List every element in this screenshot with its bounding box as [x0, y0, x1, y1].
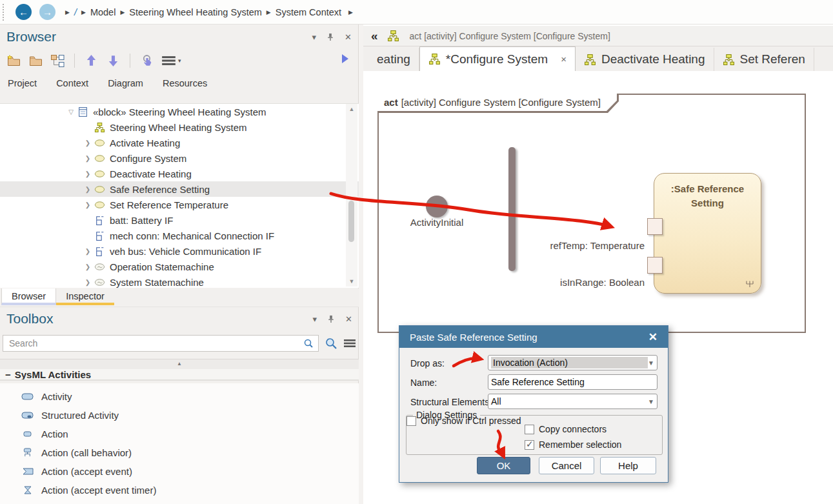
- hamburger-menu[interactable]: ▾: [161, 54, 181, 67]
- tree-item[interactable]: Steering Wheel Heating System: [0, 119, 359, 135]
- checkbox[interactable]: [525, 440, 534, 450]
- browser-view-tab[interactable]: Project: [8, 78, 37, 88]
- locate-icon[interactable]: [139, 54, 154, 67]
- tree-item[interactable]: batt: Battery IF: [0, 212, 359, 228]
- close-tab-icon[interactable]: ×: [561, 54, 567, 65]
- search-input[interactable]: [8, 338, 303, 349]
- ok-button[interactable]: OK: [477, 457, 530, 474]
- tree-expander-icon[interactable]: ❯: [81, 155, 94, 162]
- frame-keyword: act: [384, 97, 398, 108]
- toolbox-item[interactable]: Action (accept event): [0, 462, 359, 481]
- toolbox-item[interactable]: Action (accept event timer): [0, 481, 359, 499]
- tree-item[interactable]: ❯ Deactivate Heating: [0, 166, 359, 181]
- tree-item[interactable]: ❯ Operation Statemachine: [0, 259, 359, 274]
- tree-item[interactable]: ❯ veh bus: Vehicle Communication IF: [0, 243, 359, 259]
- checkbox-row[interactable]: Remember selection: [525, 439, 621, 450]
- project-tree: ▽ «block» Steering Wheel Heating System …: [0, 103, 359, 288]
- help-button[interactable]: Help: [600, 457, 656, 474]
- browser-view-tab[interactable]: Diagram: [108, 78, 143, 88]
- tree-expander-icon[interactable]: ❯: [81, 279, 94, 286]
- move-up-icon[interactable]: [84, 54, 99, 67]
- drop-as-select[interactable]: Invocation (Action) ▼: [488, 355, 657, 370]
- forward-button[interactable]: →: [39, 4, 55, 20]
- port-isinrange[interactable]: [647, 257, 663, 274]
- tree-item[interactable]: ❯ Safe Reference Setting: [0, 181, 359, 197]
- panel-splitter[interactable]: [359, 25, 363, 504]
- toolbox-item[interactable]: Action (call behavior): [0, 443, 359, 462]
- scroll-up-icon: ▲: [177, 361, 182, 367]
- toolbox-item[interactable]: Action (send signal): [0, 499, 359, 504]
- collapse-tabs-icon[interactable]: «: [371, 29, 377, 43]
- checkbox[interactable]: [406, 416, 416, 426]
- toolbox-section-header[interactable]: − SysML Activities: [0, 369, 359, 381]
- toolbox-item[interactable]: Action: [0, 425, 359, 443]
- panel-menu-icon[interactable]: ▾: [313, 314, 317, 324]
- new-model-icon[interactable]: [6, 54, 21, 67]
- advanced-search-icon[interactable]: [325, 337, 337, 350]
- diagram-tab[interactable]: eating ×: [363, 48, 419, 71]
- folder-icon[interactable]: [28, 54, 43, 67]
- tree-item-label: Deactivate Heating: [110, 168, 192, 179]
- dialog-titlebar[interactable]: Paste Safe Reference Setting ✕: [399, 326, 668, 348]
- move-down-icon[interactable]: [106, 54, 121, 67]
- toolbox-menu-icon[interactable]: [343, 338, 356, 348]
- checkbox-row[interactable]: Only show if Ctrl pressed: [406, 416, 521, 426]
- tree-expander-icon[interactable]: ❯: [81, 201, 94, 208]
- breadcrumb-item[interactable]: Steering Wheel Heating System: [129, 7, 262, 17]
- structural-elements-select[interactable]: All ▼: [488, 394, 657, 409]
- browser-view-tab[interactable]: Context: [56, 78, 88, 88]
- scrollbar-thumb[interactable]: [348, 201, 354, 242]
- panel-bottom-tab[interactable]: Inspector: [56, 288, 114, 305]
- port-reftemp[interactable]: [647, 218, 663, 235]
- panel-menu-icon[interactable]: ▾: [312, 32, 317, 42]
- close-icon[interactable]: ✕: [345, 314, 352, 324]
- tree-item[interactable]: ❯ Set Reference Temperature: [0, 197, 359, 212]
- checkbox[interactable]: [525, 425, 534, 434]
- scroll-up-icon[interactable]: ▲: [346, 104, 357, 114]
- tree-expander-icon[interactable]: ❯: [81, 170, 94, 177]
- toolbox-item[interactable]: Activity: [0, 387, 359, 406]
- search-box[interactable]: [3, 335, 319, 352]
- tree-item[interactable]: ▽ «block» Steering Wheel Heating System: [0, 104, 359, 119]
- toolbox-scroll-up[interactable]: ▲: [0, 359, 359, 370]
- name-field[interactable]: Safe Reference Setting: [488, 374, 657, 390]
- tree-expander-icon[interactable]: ❯: [81, 263, 94, 270]
- tree-item[interactable]: ❯ Activate Heating: [0, 135, 359, 150]
- panel-bottom-tab[interactable]: Browser: [1, 288, 56, 305]
- collapse-icon: −: [5, 369, 11, 380]
- checkbox-row[interactable]: Copy connectors: [525, 424, 607, 434]
- browser-view-tab[interactable]: Resources: [163, 78, 207, 88]
- breadcrumb-item[interactable]: Model: [90, 7, 116, 17]
- expand-panel-icon[interactable]: [341, 54, 349, 64]
- drop-as-label: Drop as:: [410, 358, 445, 368]
- tree-expander-icon[interactable]: ▽: [65, 108, 77, 116]
- toolbar-grip[interactable]: [3, 4, 8, 21]
- scroll-down-icon[interactable]: ▼: [346, 276, 357, 287]
- diagram-tab[interactable]: Set Referen ×: [714, 48, 814, 71]
- breadcrumb-item[interactable]: System Context: [276, 7, 341, 17]
- pin-icon[interactable]: [327, 315, 335, 323]
- back-button[interactable]: ←: [15, 4, 32, 20]
- action-safe-reference-setting[interactable]: :Safe Reference Setting: [654, 173, 761, 294]
- tree-item[interactable]: ❯ System Statemachine: [0, 274, 359, 288]
- toolbox-item[interactable]: Structured Activity: [0, 406, 359, 425]
- cancel-button[interactable]: Cancel: [539, 457, 594, 474]
- fork-node[interactable]: [508, 147, 516, 271]
- model-hierarchy-icon[interactable]: [50, 54, 65, 67]
- diagram-tab[interactable]: Deactivate Heating ×: [576, 48, 714, 71]
- diagram-tab[interactable]: *Configure System ×: [419, 46, 576, 71]
- tree-item[interactable]: ❯ Configure System: [0, 150, 359, 166]
- tb-activity-icon: [21, 392, 34, 401]
- act-icon: [94, 184, 110, 195]
- tree-scrollbar[interactable]: ▲ ▼: [346, 104, 357, 287]
- toolbox-item-label: Action (accept event timer): [41, 485, 156, 496]
- pin-icon[interactable]: [326, 33, 334, 41]
- close-icon[interactable]: ✕: [648, 330, 657, 344]
- tree-expander-icon[interactable]: ❯: [81, 248, 94, 255]
- checkbox-label: Copy connectors: [539, 424, 607, 434]
- tree-expander-icon[interactable]: ❯: [81, 186, 94, 193]
- tree-item[interactable]: mech conn: Mechanical Connection IF: [0, 228, 359, 243]
- tree-expander-icon[interactable]: ❯: [81, 139, 94, 146]
- close-icon[interactable]: ✕: [345, 32, 352, 42]
- activity-initial-node[interactable]: [426, 196, 448, 217]
